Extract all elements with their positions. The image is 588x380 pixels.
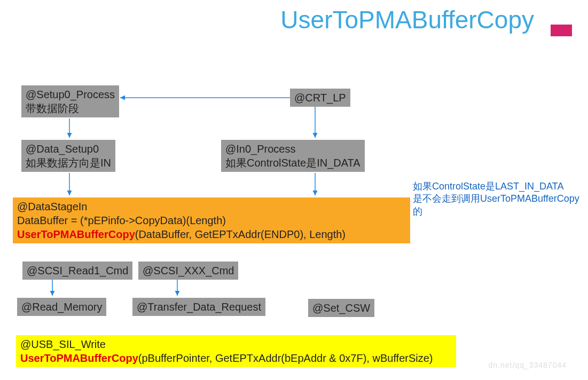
box-data-setup0: @Data_Setup0 如果数据方向是IN xyxy=(21,140,115,172)
box-read-memory: @Read_Memory xyxy=(17,298,106,316)
text-line: 带数据阶段 xyxy=(26,101,115,115)
annotation-note: 如果ControlState是LAST_IN_DATA 是不会走到调用UserT… xyxy=(413,180,588,218)
text-line: 如果数据方向是IN xyxy=(26,156,111,170)
box-transfer-data-request: @Transfer_Data_Request xyxy=(132,298,265,316)
decorative-square xyxy=(551,25,572,36)
box-datastagein: @DataStageIn DataBuffer = (*pEPinfo->Cop… xyxy=(13,197,410,243)
text-line: @Data_Setup0 xyxy=(26,142,111,156)
text-line: @USB_SIL_Write xyxy=(20,337,452,351)
box-setup0-process: @Setup0_Process 带数据阶段 xyxy=(21,85,119,117)
text-line: UserToPMABufferCopy(DataBuffer, GetEPTxA… xyxy=(17,227,406,241)
box-usb-sil-write: @USB_SIL_Write UserToPMABufferCopy(pBuff… xyxy=(16,335,456,367)
fn-name: UserToPMABufferCopy xyxy=(20,352,138,364)
text-line: 是不会走到调用UserToPMABufferCopy的 xyxy=(413,193,588,218)
box-scsi-read1-cmd: @SCSI_Read1_Cmd xyxy=(22,262,132,280)
box-set-csw: @Set_CSW xyxy=(308,299,374,317)
text-line: @Transfer_Data_Request xyxy=(137,300,261,314)
text-line: 如果ControlState是IN_DATA xyxy=(225,156,360,170)
text-line: @Set_CSW xyxy=(312,301,370,315)
text-line: @Setup0_Process xyxy=(26,88,115,101)
watermark: dn.net/qq_33487044 xyxy=(489,361,567,369)
fn-name: UserToPMABufferCopy xyxy=(17,228,135,240)
box-crt-lp: @CRT_LP xyxy=(290,89,350,107)
text-line: UserToPMABufferCopy(pBufferPointer, GetE… xyxy=(20,351,452,365)
text-line: 如果ControlState是LAST_IN_DATA xyxy=(413,180,588,193)
text-line: @DataStageIn xyxy=(17,200,406,213)
page-title: UserToPMABufferCopy xyxy=(0,5,534,34)
text-line: @In0_Process xyxy=(225,142,360,156)
box-in0-process: @In0_Process 如果ControlState是IN_DATA xyxy=(221,140,365,172)
fn-args: (pBufferPointer, GetEPTxAddr(bEpAddr & 0… xyxy=(138,352,433,364)
text-line: @SCSI_XXX_Cmd xyxy=(143,264,234,278)
text-line: @Read_Memory xyxy=(21,300,102,314)
box-scsi-xxx-cmd: @SCSI_XXX_Cmd xyxy=(138,262,238,280)
fn-args: (DataBuffer, GetEPTxAddr(ENDP0), Length) xyxy=(135,228,346,240)
text-line: @SCSI_Read1_Cmd xyxy=(27,264,128,278)
text-line: @CRT_LP xyxy=(294,91,346,105)
text-line: DataBuffer = (*pEPinfo->CopyData)(Length… xyxy=(17,213,406,227)
